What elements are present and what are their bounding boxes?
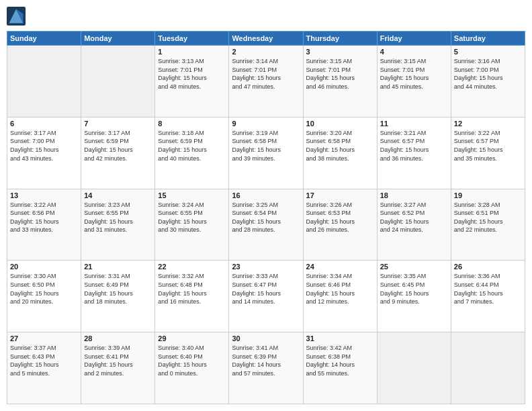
calendar-header: SundayMondayTuesdayWednesdayThursdayFrid… <box>7 32 525 46</box>
day-number: 21 <box>84 263 152 271</box>
calendar-cell <box>7 46 81 118</box>
calendar-week-4: 27Sunrise: 3:37 AM Sunset: 6:43 PM Dayli… <box>7 332 525 404</box>
day-number: 18 <box>380 191 448 199</box>
calendar-week-2: 13Sunrise: 3:22 AM Sunset: 6:56 PM Dayli… <box>7 189 525 261</box>
day-info: Sunrise: 3:20 AM Sunset: 6:58 PM Dayligh… <box>306 129 374 163</box>
day-info: Sunrise: 3:21 AM Sunset: 6:57 PM Dayligh… <box>380 129 448 163</box>
day-info: Sunrise: 3:14 AM Sunset: 7:01 PM Dayligh… <box>232 57 300 91</box>
day-number: 7 <box>84 120 152 128</box>
calendar-cell <box>451 332 525 404</box>
day-info: Sunrise: 3:36 AM Sunset: 6:44 PM Dayligh… <box>454 272 522 306</box>
day-number: 11 <box>380 120 448 128</box>
day-number: 6 <box>10 120 78 128</box>
calendar-cell: 6Sunrise: 3:17 AM Sunset: 7:00 PM Daylig… <box>7 117 81 189</box>
calendar-week-1: 6Sunrise: 3:17 AM Sunset: 7:00 PM Daylig… <box>7 117 525 189</box>
calendar-cell: 11Sunrise: 3:21 AM Sunset: 6:57 PM Dayli… <box>377 117 451 189</box>
day-number: 14 <box>84 191 152 199</box>
day-info: Sunrise: 3:17 AM Sunset: 7:00 PM Dayligh… <box>10 129 78 163</box>
weekday-header-friday: Friday <box>377 32 451 46</box>
calendar-table: SundayMondayTuesdayWednesdayThursdayFrid… <box>7 31 525 404</box>
calendar-cell <box>81 46 155 118</box>
calendar-cell: 26Sunrise: 3:36 AM Sunset: 6:44 PM Dayli… <box>451 261 525 332</box>
calendar-week-0: 1Sunrise: 3:13 AM Sunset: 7:01 PM Daylig… <box>7 46 525 118</box>
calendar-cell: 30Sunrise: 3:41 AM Sunset: 6:39 PM Dayli… <box>229 332 303 404</box>
day-info: Sunrise: 3:40 AM Sunset: 6:40 PM Dayligh… <box>158 344 226 377</box>
day-number: 26 <box>454 263 522 271</box>
calendar-cell: 13Sunrise: 3:22 AM Sunset: 6:56 PM Dayli… <box>7 189 81 261</box>
calendar-week-3: 20Sunrise: 3:30 AM Sunset: 6:50 PM Dayli… <box>7 261 525 332</box>
calendar-cell: 29Sunrise: 3:40 AM Sunset: 6:40 PM Dayli… <box>155 332 229 404</box>
calendar-cell: 28Sunrise: 3:39 AM Sunset: 6:41 PM Dayli… <box>81 332 155 404</box>
day-info: Sunrise: 3:18 AM Sunset: 6:59 PM Dayligh… <box>158 129 226 163</box>
calendar-cell: 17Sunrise: 3:26 AM Sunset: 6:53 PM Dayli… <box>303 189 377 261</box>
day-info: Sunrise: 3:32 AM Sunset: 6:48 PM Dayligh… <box>158 272 226 306</box>
weekday-header-row: SundayMondayTuesdayWednesdayThursdayFrid… <box>7 32 525 46</box>
day-number: 13 <box>10 191 78 199</box>
day-info: Sunrise: 3:15 AM Sunset: 7:01 PM Dayligh… <box>380 57 448 91</box>
page: SundayMondayTuesdayWednesdayThursdayFrid… <box>0 0 532 411</box>
logo-icon <box>7 7 26 26</box>
day-number: 16 <box>232 191 300 199</box>
weekday-header-sunday: Sunday <box>7 32 81 46</box>
day-info: Sunrise: 3:39 AM Sunset: 6:41 PM Dayligh… <box>84 344 152 377</box>
day-number: 1 <box>158 48 226 56</box>
day-info: Sunrise: 3:41 AM Sunset: 6:39 PM Dayligh… <box>232 344 300 377</box>
day-number: 3 <box>306 48 374 56</box>
weekday-header-tuesday: Tuesday <box>155 32 229 46</box>
day-number: 29 <box>158 334 226 342</box>
calendar-cell: 19Sunrise: 3:28 AM Sunset: 6:51 PM Dayli… <box>451 189 525 261</box>
day-info: Sunrise: 3:15 AM Sunset: 7:01 PM Dayligh… <box>306 57 374 91</box>
calendar-cell: 3Sunrise: 3:15 AM Sunset: 7:01 PM Daylig… <box>303 46 377 118</box>
day-info: Sunrise: 3:25 AM Sunset: 6:54 PM Dayligh… <box>232 201 300 234</box>
calendar-cell: 10Sunrise: 3:20 AM Sunset: 6:58 PM Dayli… <box>303 117 377 189</box>
day-number: 8 <box>158 120 226 128</box>
day-number: 5 <box>454 48 522 56</box>
logo <box>7 7 28 26</box>
day-info: Sunrise: 3:22 AM Sunset: 6:56 PM Dayligh… <box>10 201 78 234</box>
day-number: 15 <box>158 191 226 199</box>
day-number: 24 <box>306 263 374 271</box>
day-number: 4 <box>380 48 448 56</box>
day-info: Sunrise: 3:22 AM Sunset: 6:57 PM Dayligh… <box>454 129 522 163</box>
day-number: 25 <box>380 263 448 271</box>
weekday-header-saturday: Saturday <box>451 32 525 46</box>
day-info: Sunrise: 3:24 AM Sunset: 6:55 PM Dayligh… <box>158 201 226 234</box>
day-number: 23 <box>232 263 300 271</box>
day-number: 19 <box>454 191 522 199</box>
header <box>7 7 525 26</box>
day-info: Sunrise: 3:23 AM Sunset: 6:55 PM Dayligh… <box>84 201 152 234</box>
day-info: Sunrise: 3:19 AM Sunset: 6:58 PM Dayligh… <box>232 129 300 163</box>
calendar-cell: 20Sunrise: 3:30 AM Sunset: 6:50 PM Dayli… <box>7 261 81 332</box>
day-number: 10 <box>306 120 374 128</box>
day-info: Sunrise: 3:17 AM Sunset: 6:59 PM Dayligh… <box>84 129 152 163</box>
day-number: 2 <box>232 48 300 56</box>
calendar-cell: 18Sunrise: 3:27 AM Sunset: 6:52 PM Dayli… <box>377 189 451 261</box>
calendar-cell: 7Sunrise: 3:17 AM Sunset: 6:59 PM Daylig… <box>81 117 155 189</box>
day-number: 22 <box>158 263 226 271</box>
day-info: Sunrise: 3:33 AM Sunset: 6:47 PM Dayligh… <box>232 272 300 306</box>
day-number: 17 <box>306 191 374 199</box>
day-number: 31 <box>306 334 374 342</box>
day-info: Sunrise: 3:31 AM Sunset: 6:49 PM Dayligh… <box>84 272 152 306</box>
weekday-header-wednesday: Wednesday <box>229 32 303 46</box>
calendar-cell: 9Sunrise: 3:19 AM Sunset: 6:58 PM Daylig… <box>229 117 303 189</box>
calendar-cell: 8Sunrise: 3:18 AM Sunset: 6:59 PM Daylig… <box>155 117 229 189</box>
calendar-cell: 2Sunrise: 3:14 AM Sunset: 7:01 PM Daylig… <box>229 46 303 118</box>
day-number: 28 <box>84 334 152 342</box>
day-number: 20 <box>10 263 78 271</box>
day-info: Sunrise: 3:42 AM Sunset: 6:38 PM Dayligh… <box>306 344 374 377</box>
day-info: Sunrise: 3:16 AM Sunset: 7:00 PM Dayligh… <box>454 57 522 91</box>
calendar-cell: 23Sunrise: 3:33 AM Sunset: 6:47 PM Dayli… <box>229 261 303 332</box>
day-number: 12 <box>454 120 522 128</box>
calendar-cell: 14Sunrise: 3:23 AM Sunset: 6:55 PM Dayli… <box>81 189 155 261</box>
calendar-cell: 21Sunrise: 3:31 AM Sunset: 6:49 PM Dayli… <box>81 261 155 332</box>
calendar-cell: 5Sunrise: 3:16 AM Sunset: 7:00 PM Daylig… <box>451 46 525 118</box>
day-info: Sunrise: 3:37 AM Sunset: 6:43 PM Dayligh… <box>10 344 78 377</box>
weekday-header-thursday: Thursday <box>303 32 377 46</box>
day-info: Sunrise: 3:26 AM Sunset: 6:53 PM Dayligh… <box>306 201 374 234</box>
day-number: 27 <box>10 334 78 342</box>
day-info: Sunrise: 3:28 AM Sunset: 6:51 PM Dayligh… <box>454 201 522 234</box>
calendar-cell: 15Sunrise: 3:24 AM Sunset: 6:55 PM Dayli… <box>155 189 229 261</box>
calendar-cell: 1Sunrise: 3:13 AM Sunset: 7:01 PM Daylig… <box>155 46 229 118</box>
calendar-cell: 25Sunrise: 3:35 AM Sunset: 6:45 PM Dayli… <box>377 261 451 332</box>
